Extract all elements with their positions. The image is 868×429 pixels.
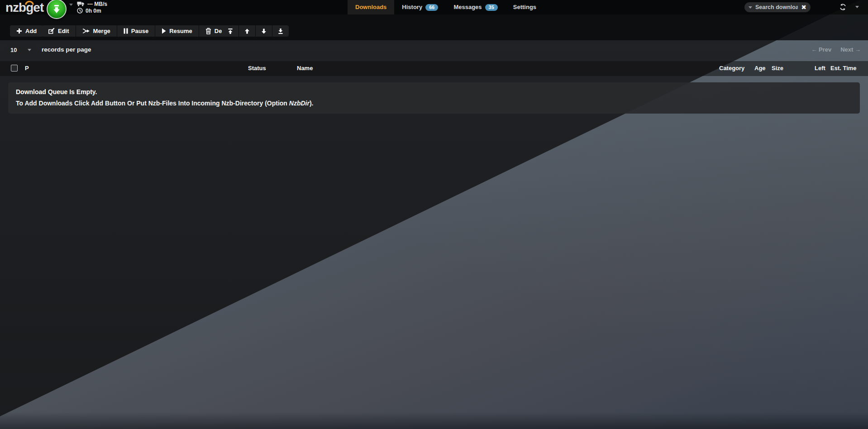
next-page-link[interactable]: Next → <box>840 46 861 53</box>
pause-button[interactable]: Pause <box>117 25 155 37</box>
pagination-row: 10 records per page ← Prev Next → <box>0 44 868 56</box>
rss-arc-icon <box>24 0 34 5</box>
search-clear-icon[interactable]: ✖ <box>801 4 806 10</box>
queue-toolbar: Add Edit Merge Pause <box>0 14 868 40</box>
tab-messages[interactable]: Messages 35 <box>446 0 505 14</box>
column-est-time: Est. Time <box>830 65 857 72</box>
uptime-value: 0h 0m <box>86 8 101 14</box>
resume-button[interactable]: Resume <box>155 25 199 37</box>
select-caret-icon <box>28 49 31 51</box>
column-left: Left <box>815 65 825 72</box>
edit-button-label: Edit <box>58 28 69 34</box>
download-arrow-icon <box>52 4 61 14</box>
column-category: Category <box>719 65 744 72</box>
tab-settings-label: Settings <box>513 0 536 14</box>
main-tabs: Downloads History 66 Messages 35 Setting… <box>348 0 544 14</box>
plus-icon <box>16 28 22 34</box>
edit-icon <box>48 28 55 34</box>
move-up-button[interactable] <box>238 25 255 37</box>
queue-table-header: P Status Name Category Age Size Left Est… <box>0 61 868 76</box>
download-play-button[interactable] <box>47 0 67 19</box>
refresh-icon <box>839 3 847 11</box>
move-to-top-icon <box>227 28 234 34</box>
tab-history-label: History <box>402 0 422 14</box>
column-status: Status <box>248 65 266 72</box>
refresh-menu-caret-icon[interactable] <box>855 6 859 8</box>
truck-icon <box>77 1 85 6</box>
speed-value: --- MB/s <box>87 1 107 7</box>
empty-queue-message: To Add Downloads Click Add Button Or Put… <box>16 100 852 107</box>
edit-button[interactable]: Edit <box>42 25 76 37</box>
add-button-label: Add <box>25 28 37 34</box>
trash-icon <box>205 28 211 34</box>
navbar: nzbget --- MB/s 0 <box>0 0 868 14</box>
uptime-indicator: 0h 0m <box>77 8 107 14</box>
pager: ← Prev Next → <box>811 46 861 53</box>
play-menu-caret-icon[interactable] <box>69 4 73 6</box>
merge-icon <box>82 28 90 34</box>
search-scope-caret-icon[interactable] <box>749 6 752 9</box>
column-size: Size <box>772 65 783 72</box>
move-to-bottom-icon <box>277 28 284 34</box>
empty-queue-message-suffix: ). <box>310 100 314 107</box>
tab-downloads-label: Downloads <box>355 0 386 14</box>
select-all-checkbox[interactable] <box>11 65 18 72</box>
move-to-top-button[interactable] <box>222 25 238 37</box>
tab-downloads[interactable]: Downloads <box>348 0 394 14</box>
resume-button-label: Resume <box>169 28 192 34</box>
column-age: Age <box>754 65 766 72</box>
queue-actions-group: Edit Merge Pause Resume <box>42 25 238 37</box>
search-input[interactable] <box>755 4 798 10</box>
column-name: Name <box>297 65 313 72</box>
speed-indicator: --- MB/s <box>77 1 107 7</box>
records-per-page-select[interactable]: 10 <box>6 44 35 55</box>
status-indicators: --- MB/s 0h 0m <box>77 1 107 14</box>
pause-icon <box>124 28 128 34</box>
move-down-icon <box>261 28 267 34</box>
column-priority: P <box>25 65 29 72</box>
merge-button[interactable]: Merge <box>76 25 117 37</box>
move-up-icon <box>244 28 250 34</box>
tab-messages-label: Messages <box>453 0 482 14</box>
empty-queue-message-box: Download Queue Is Empty. To Add Download… <box>8 82 860 114</box>
merge-button-label: Merge <box>93 28 110 34</box>
add-button[interactable]: Add <box>10 25 43 37</box>
history-count-badge: 66 <box>425 4 438 11</box>
search-box[interactable]: ✖ <box>744 2 811 12</box>
move-to-bottom-button[interactable] <box>272 25 289 37</box>
resume-icon <box>162 28 166 34</box>
move-buttons-group <box>222 25 289 37</box>
messages-count-badge: 35 <box>485 4 498 11</box>
records-per-page-value: 10 <box>10 47 17 53</box>
tab-settings[interactable]: Settings <box>506 0 544 14</box>
refresh-button[interactable] <box>839 3 847 11</box>
prev-page-link[interactable]: ← Prev <box>811 46 831 53</box>
empty-queue-message-text: To Add Downloads Click Add Button Or Put… <box>16 100 289 107</box>
records-per-page-label: records per page <box>42 46 91 53</box>
nzbdir-option-name: NzbDir <box>289 100 310 107</box>
app-logo: nzbget <box>5 0 43 15</box>
empty-queue-title: Download Queue Is Empty. <box>16 88 852 95</box>
move-down-button[interactable] <box>255 25 272 37</box>
tab-history[interactable]: History 66 <box>394 0 446 14</box>
clock-icon <box>77 8 83 14</box>
pause-button-label: Pause <box>131 28 148 34</box>
